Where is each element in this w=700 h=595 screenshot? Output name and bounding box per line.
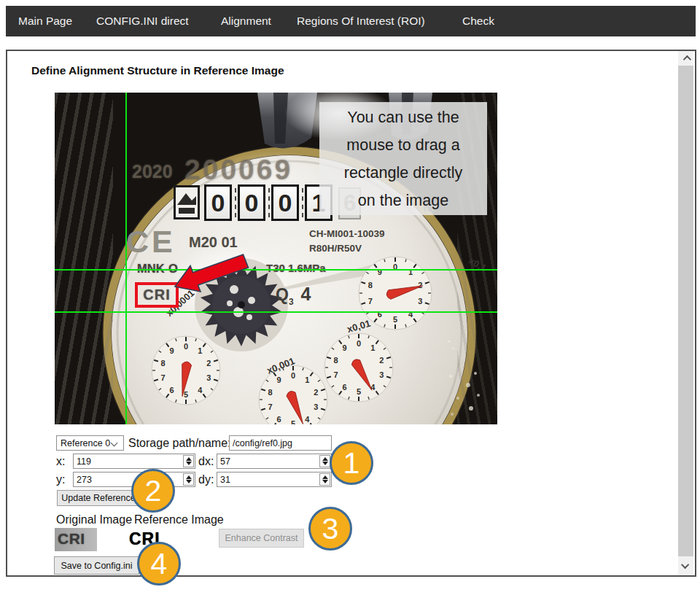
x-input[interactable] [73, 454, 195, 469]
page: Main Page CONFIG.INI direct Alignment Re… [0, 0, 700, 595]
x-field [73, 454, 195, 469]
nav-item-main-page[interactable]: Main Page [18, 6, 72, 36]
red-arrow-icon [175, 254, 249, 292]
scrollbar-thumb[interactable] [678, 66, 693, 556]
nav-item-check[interactable]: Check [462, 6, 494, 36]
nav-item-roi[interactable]: Regions Of Interest (ROI) [297, 6, 425, 36]
nav-item-config-ini[interactable]: CONFIG.INI direct [96, 6, 189, 36]
stepper-up-icon[interactable] [186, 457, 192, 461]
y-stepper[interactable] [183, 473, 194, 486]
stepper-up-icon[interactable] [322, 457, 328, 461]
hint-line: on the image [319, 187, 487, 214]
y-label: y: [56, 473, 65, 486]
reference-select[interactable]: Reference 0 [56, 435, 124, 451]
step-badge-4: 4 [137, 542, 181, 586]
step-badge-1: 1 [330, 441, 373, 485]
stepper-up-icon[interactable] [186, 475, 192, 479]
top-nav-bar: Main Page CONFIG.INI direct Alignment Re… [6, 6, 696, 36]
x-label: x: [56, 455, 65, 468]
page-title: Define Alignment Structure in Reference … [31, 64, 284, 77]
stepper-up-icon[interactable] [322, 475, 328, 479]
dy-stepper[interactable] [319, 473, 330, 486]
dx-field [217, 454, 332, 469]
step-badge-2: 2 [131, 469, 175, 513]
storage-path-input[interactable] [229, 435, 332, 451]
nav-item-alignment[interactable]: Alignment [221, 6, 271, 36]
scrollbar-down-button[interactable] [678, 556, 693, 575]
original-image-thumbnail: CRI [55, 528, 97, 551]
hint-line: You can use the [319, 104, 487, 131]
dx-stepper[interactable] [319, 455, 330, 467]
dx-input[interactable] [217, 454, 332, 469]
dy-input[interactable] [217, 472, 332, 487]
dy-field [217, 472, 332, 487]
reference-image-canvas[interactable]: 0123456789012345678901234567890123456789… [55, 93, 497, 424]
stepper-down-icon[interactable] [322, 462, 328, 465]
hint-line: mouse to drag a [319, 131, 487, 159]
chevron-down-icon [680, 561, 688, 569]
hint-line: rectangle directly [319, 159, 487, 187]
drag-hint-overlay: You can use the mouse to drag a rectangl… [319, 102, 487, 215]
save-to-config-button[interactable]: Save to Config.ini [54, 556, 139, 575]
reference-image-label: Reference Image [134, 513, 224, 526]
enhance-contrast-button[interactable]: Enhance Contrast [219, 529, 304, 548]
dy-label: dy: [198, 473, 214, 486]
storage-path-label: Storage path/name: [128, 437, 231, 450]
scrollbar-up-button[interactable] [678, 51, 693, 66]
stepper-down-icon[interactable] [322, 480, 328, 483]
x-stepper[interactable] [183, 455, 194, 467]
update-reference-button[interactable]: Update Reference [57, 490, 140, 506]
chevron-up-icon [682, 55, 691, 63]
dx-label: dx: [198, 455, 214, 468]
stepper-down-icon[interactable] [186, 480, 192, 483]
stepper-down-icon[interactable] [186, 462, 192, 465]
step-badge-3: 3 [308, 507, 352, 551]
original-image-label: Original Image [56, 513, 132, 526]
